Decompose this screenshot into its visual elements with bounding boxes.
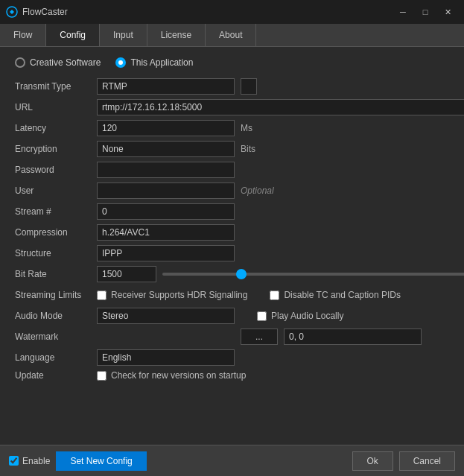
app-icon (6, 6, 18, 18)
footer: Enable Set New Config Ok Cancel (0, 445, 464, 476)
latency-field: Ms (97, 120, 464, 136)
tab-config[interactable]: Config (46, 24, 100, 46)
radio-this-application[interactable]: This Application (115, 57, 193, 68)
creative-software-label: Creative Software (30, 57, 101, 68)
tab-about[interactable]: About (206, 24, 256, 46)
encryption-field: Bits (97, 141, 464, 157)
tab-input[interactable]: Input (100, 24, 147, 46)
transmit-type-input[interactable] (97, 78, 235, 95)
update-field: Check for new versions on startup (97, 370, 464, 381)
tab-bar: Flow Config Input License About (0, 24, 464, 47)
watermark-coords-input[interactable] (284, 329, 422, 345)
structure-field (97, 245, 464, 261)
url-field (97, 99, 464, 115)
structure-input[interactable] (97, 245, 235, 261)
structure-label: Structure (15, 248, 97, 258)
bit-rate-slider[interactable] (162, 273, 464, 276)
stream-field (97, 203, 464, 220)
audio-mode-field: Play Audio Locally (97, 308, 464, 324)
password-field (97, 162, 464, 178)
encryption-label: Encryption (15, 144, 97, 154)
close-button[interactable]: ✕ (437, 4, 458, 20)
transmit-type-field (97, 78, 464, 95)
watermark-field: ... (97, 329, 464, 345)
maximize-button[interactable]: □ (415, 4, 436, 20)
latency-input[interactable] (97, 120, 235, 136)
watermark-label: Watermark (15, 331, 97, 342)
hdr-signalling-label: Receiver Supports HDR Signalling (111, 290, 247, 300)
check-updates-checkbox[interactable] (97, 371, 107, 381)
disable-tc-checkbox[interactable] (270, 291, 279, 300)
audio-mode-input[interactable] (97, 308, 235, 324)
ok-button[interactable]: Ok (352, 451, 393, 471)
update-checkbox-row: Check for new versions on startup (97, 370, 246, 381)
title-bar: FlowCaster ─ □ ✕ (0, 0, 464, 24)
password-label: Password (15, 165, 97, 175)
window-controls: ─ □ ✕ (393, 4, 458, 20)
bit-rate-field (97, 266, 464, 282)
user-field: Optional (97, 183, 464, 199)
disable-tc-checkbox-row: Disable TC and Caption PIDs (270, 290, 401, 300)
footer-left: Enable Set New Config (9, 451, 346, 471)
latency-label: Latency (15, 123, 97, 133)
compression-field (97, 224, 464, 241)
set-new-config-button[interactable]: Set New Config (56, 451, 146, 471)
encryption-unit: Bits (241, 144, 255, 154)
user-label: User (15, 185, 97, 196)
radio-inner-dot (118, 60, 123, 65)
disable-tc-label: Disable TC and Caption PIDs (284, 290, 401, 300)
cancel-button[interactable]: Cancel (399, 451, 455, 471)
update-label: Update (15, 370, 97, 381)
hdr-signalling-checkbox[interactable] (97, 291, 107, 300)
source-selection: Creative Software This Application (15, 57, 449, 68)
latency-unit: Ms (241, 123, 252, 133)
config-content: Creative Software This Application Trans… (0, 47, 464, 440)
compression-label: Compression (15, 227, 97, 238)
minimize-button[interactable]: ─ (393, 4, 413, 20)
user-input[interactable] (97, 183, 235, 199)
radio-creative-software[interactable]: Creative Software (15, 57, 101, 68)
language-label: Language (15, 352, 97, 363)
language-field (97, 349, 464, 366)
watermark-browse-button[interactable]: ... (241, 329, 278, 345)
audio-mode-label: Audio Mode (15, 311, 97, 321)
transmit-type-dropdown-button[interactable] (241, 78, 257, 95)
tab-license[interactable]: License (147, 24, 206, 46)
this-application-label: This Application (130, 57, 193, 68)
streaming-limits-label: Streaming Limits (15, 290, 97, 300)
play-audio-label: Play Audio Locally (271, 311, 343, 321)
play-audio-checkbox-row: Play Audio Locally (257, 311, 343, 321)
streaming-limits-field: Receiver Supports HDR Signalling Disable… (97, 287, 464, 303)
window-title: FlowCaster (22, 7, 393, 17)
config-form: Transmit Type URL Latency Ms Encryption … (15, 78, 449, 381)
stream-label: Stream # (15, 206, 97, 217)
enable-label-row[interactable]: Enable (9, 456, 50, 466)
compression-input[interactable] (97, 224, 235, 241)
bit-rate-input[interactable] (97, 266, 156, 282)
url-label: URL (15, 102, 97, 112)
url-input[interactable] (97, 99, 464, 115)
transmit-type-label: Transmit Type (15, 81, 97, 92)
enable-checkbox[interactable] (9, 456, 19, 466)
language-input[interactable] (97, 349, 235, 366)
encryption-input[interactable] (97, 141, 235, 157)
bit-rate-label: Bit Rate (15, 269, 97, 279)
user-optional: Optional (241, 185, 274, 196)
radio-circle-application (115, 57, 126, 68)
enable-label-text: Enable (22, 456, 50, 466)
tab-flow[interactable]: Flow (0, 24, 46, 46)
check-updates-label: Check for new versions on startup (111, 370, 246, 381)
play-audio-checkbox[interactable] (257, 311, 267, 321)
password-input[interactable] (97, 162, 235, 178)
hdr-signalling-checkbox-row: Receiver Supports HDR Signalling (97, 290, 247, 300)
stream-input[interactable] (97, 203, 235, 220)
radio-circle-creative (15, 57, 25, 68)
